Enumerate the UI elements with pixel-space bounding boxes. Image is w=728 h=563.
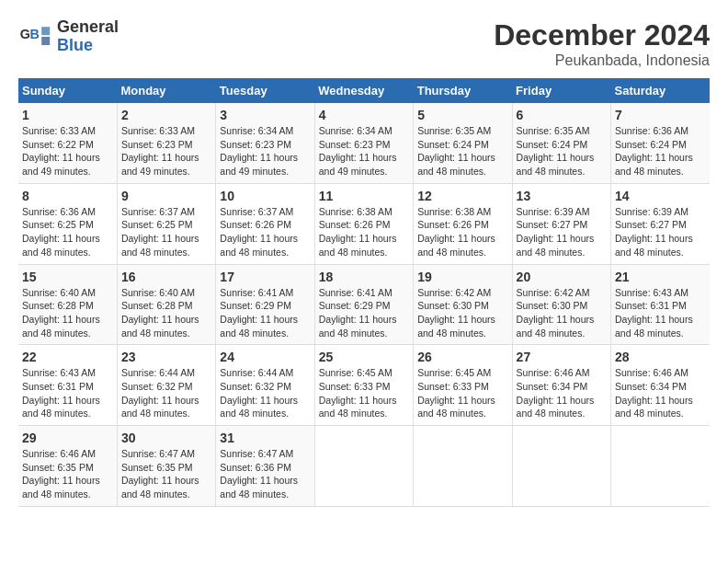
- day-info: Sunrise: 6:41 AM Sunset: 6:29 PM Dayligh…: [220, 286, 310, 340]
- day-info: Sunrise: 6:39 AM Sunset: 6:27 PM Dayligh…: [615, 205, 706, 259]
- calendar-week-5: 29 Sunrise: 6:46 AM Sunset: 6:35 PM Dayl…: [18, 426, 710, 507]
- day-number: 31: [220, 431, 310, 445]
- day-info: Sunrise: 6:34 AM Sunset: 6:23 PM Dayligh…: [319, 124, 409, 178]
- day-number: 18: [319, 270, 409, 284]
- page-subtitle: Peukanbada, Indonesia: [494, 52, 710, 69]
- day-info: Sunrise: 6:33 AM Sunset: 6:22 PM Dayligh…: [22, 124, 113, 178]
- page-header: G B General Blue December 2024 Peukanbad…: [18, 18, 710, 69]
- calendar-cell: 30 Sunrise: 6:47 AM Sunset: 6:35 PM Dayl…: [117, 426, 215, 507]
- day-number: 16: [121, 270, 211, 284]
- calendar-cell: 26 Sunrise: 6:45 AM Sunset: 6:33 PM Dayl…: [414, 345, 512, 426]
- calendar-cell: 25 Sunrise: 6:45 AM Sunset: 6:33 PM Dayl…: [314, 345, 413, 426]
- calendar-cell: 29 Sunrise: 6:46 AM Sunset: 6:35 PM Dayl…: [18, 426, 117, 507]
- day-info: Sunrise: 6:38 AM Sunset: 6:26 PM Dayligh…: [319, 205, 409, 259]
- day-info: Sunrise: 6:46 AM Sunset: 6:35 PM Dayligh…: [22, 447, 113, 501]
- calendar-cell: [314, 426, 413, 507]
- calendar-table: Sunday Monday Tuesday Wednesday Thursday…: [18, 78, 710, 507]
- day-number: 22: [22, 350, 113, 364]
- logo-text: General Blue: [57, 18, 119, 55]
- calendar-week-3: 15 Sunrise: 6:40 AM Sunset: 6:28 PM Dayl…: [18, 264, 710, 345]
- day-info: Sunrise: 6:37 AM Sunset: 6:25 PM Dayligh…: [121, 205, 211, 259]
- svg-marker-2: [41, 27, 50, 35]
- day-number: 17: [220, 270, 310, 284]
- day-info: Sunrise: 6:35 AM Sunset: 6:24 PM Dayligh…: [417, 124, 507, 178]
- day-info: Sunrise: 6:45 AM Sunset: 6:33 PM Dayligh…: [417, 366, 507, 420]
- day-info: Sunrise: 6:37 AM Sunset: 6:26 PM Dayligh…: [220, 205, 310, 259]
- day-info: Sunrise: 6:40 AM Sunset: 6:28 PM Dayligh…: [22, 286, 113, 340]
- day-number: 20: [517, 270, 607, 284]
- calendar-cell: 3 Sunrise: 6:34 AM Sunset: 6:23 PM Dayli…: [216, 103, 314, 183]
- day-info: Sunrise: 6:47 AM Sunset: 6:35 PM Dayligh…: [121, 447, 211, 501]
- day-number: 9: [121, 189, 211, 203]
- day-info: Sunrise: 6:42 AM Sunset: 6:30 PM Dayligh…: [417, 286, 507, 340]
- svg-text:G: G: [20, 27, 30, 41]
- day-number: 2: [121, 108, 211, 122]
- day-number: 14: [615, 189, 706, 203]
- day-number: 7: [615, 108, 706, 122]
- day-number: 5: [417, 108, 507, 122]
- calendar-cell: 22 Sunrise: 6:43 AM Sunset: 6:31 PM Dayl…: [18, 345, 117, 426]
- calendar-cell: 19 Sunrise: 6:42 AM Sunset: 6:30 PM Dayl…: [414, 264, 512, 345]
- day-info: Sunrise: 6:47 AM Sunset: 6:36 PM Dayligh…: [220, 447, 310, 501]
- calendar-cell: 28 Sunrise: 6:46 AM Sunset: 6:34 PM Dayl…: [611, 345, 710, 426]
- calendar-cell: 31 Sunrise: 6:47 AM Sunset: 6:36 PM Dayl…: [216, 426, 314, 507]
- day-info: Sunrise: 6:42 AM Sunset: 6:30 PM Dayligh…: [517, 286, 607, 340]
- svg-marker-3: [41, 37, 50, 45]
- day-info: Sunrise: 6:36 AM Sunset: 6:24 PM Dayligh…: [615, 124, 706, 178]
- day-number: 11: [319, 189, 409, 203]
- day-number: 30: [121, 431, 211, 445]
- calendar-cell: 15 Sunrise: 6:40 AM Sunset: 6:28 PM Dayl…: [18, 264, 117, 345]
- calendar-cell: 16 Sunrise: 6:40 AM Sunset: 6:28 PM Dayl…: [117, 264, 215, 345]
- col-sunday: Sunday: [18, 78, 117, 103]
- day-number: 24: [220, 350, 310, 364]
- day-number: 6: [517, 108, 607, 122]
- calendar-week-4: 22 Sunrise: 6:43 AM Sunset: 6:31 PM Dayl…: [18, 345, 710, 426]
- calendar-cell: 8 Sunrise: 6:36 AM Sunset: 6:25 PM Dayli…: [18, 183, 117, 264]
- title-block: December 2024 Peukanbada, Indonesia: [494, 18, 710, 69]
- calendar-cell: 14 Sunrise: 6:39 AM Sunset: 6:27 PM Dayl…: [611, 183, 710, 264]
- day-info: Sunrise: 6:44 AM Sunset: 6:32 PM Dayligh…: [220, 366, 310, 420]
- day-info: Sunrise: 6:39 AM Sunset: 6:27 PM Dayligh…: [517, 205, 607, 259]
- day-info: Sunrise: 6:43 AM Sunset: 6:31 PM Dayligh…: [22, 366, 113, 420]
- header-row: Sunday Monday Tuesday Wednesday Thursday…: [18, 78, 710, 103]
- calendar-cell: 2 Sunrise: 6:33 AM Sunset: 6:23 PM Dayli…: [117, 103, 215, 183]
- day-number: 4: [319, 108, 409, 122]
- calendar-cell: [611, 426, 710, 507]
- calendar-cell: 27 Sunrise: 6:46 AM Sunset: 6:34 PM Dayl…: [512, 345, 610, 426]
- day-number: 21: [615, 270, 706, 284]
- calendar-cell: 13 Sunrise: 6:39 AM Sunset: 6:27 PM Dayl…: [512, 183, 610, 264]
- col-tuesday: Tuesday: [216, 78, 314, 103]
- day-number: 29: [22, 431, 113, 445]
- calendar-cell: 23 Sunrise: 6:44 AM Sunset: 6:32 PM Dayl…: [117, 345, 215, 426]
- day-info: Sunrise: 6:36 AM Sunset: 6:25 PM Dayligh…: [22, 205, 113, 259]
- day-number: 15: [22, 270, 113, 284]
- col-thursday: Thursday: [414, 78, 512, 103]
- calendar-week-2: 8 Sunrise: 6:36 AM Sunset: 6:25 PM Dayli…: [18, 183, 710, 264]
- calendar-cell: 17 Sunrise: 6:41 AM Sunset: 6:29 PM Dayl…: [216, 264, 314, 345]
- col-friday: Friday: [512, 78, 610, 103]
- day-number: 12: [417, 189, 507, 203]
- day-info: Sunrise: 6:44 AM Sunset: 6:32 PM Dayligh…: [121, 366, 211, 420]
- calendar-cell: 4 Sunrise: 6:34 AM Sunset: 6:23 PM Dayli…: [314, 103, 413, 183]
- day-number: 23: [121, 350, 211, 364]
- calendar-cell: 21 Sunrise: 6:43 AM Sunset: 6:31 PM Dayl…: [611, 264, 710, 345]
- calendar-cell: 20 Sunrise: 6:42 AM Sunset: 6:30 PM Dayl…: [512, 264, 610, 345]
- page-title: December 2024: [494, 18, 710, 52]
- calendar-cell: 6 Sunrise: 6:35 AM Sunset: 6:24 PM Dayli…: [512, 103, 610, 183]
- col-monday: Monday: [117, 78, 215, 103]
- calendar-cell: [512, 426, 610, 507]
- svg-text:B: B: [30, 27, 40, 41]
- day-number: 25: [319, 350, 409, 364]
- day-number: 3: [220, 108, 310, 122]
- calendar-cell: 7 Sunrise: 6:36 AM Sunset: 6:24 PM Dayli…: [611, 103, 710, 183]
- day-info: Sunrise: 6:43 AM Sunset: 6:31 PM Dayligh…: [615, 286, 706, 340]
- calendar-cell: 12 Sunrise: 6:38 AM Sunset: 6:26 PM Dayl…: [414, 183, 512, 264]
- day-number: 28: [615, 350, 706, 364]
- day-info: Sunrise: 6:38 AM Sunset: 6:26 PM Dayligh…: [417, 205, 507, 259]
- day-info: Sunrise: 6:45 AM Sunset: 6:33 PM Dayligh…: [319, 366, 409, 420]
- calendar-week-1: 1 Sunrise: 6:33 AM Sunset: 6:22 PM Dayli…: [18, 103, 710, 183]
- day-info: Sunrise: 6:40 AM Sunset: 6:28 PM Dayligh…: [121, 286, 211, 340]
- day-number: 13: [517, 189, 607, 203]
- col-saturday: Saturday: [611, 78, 710, 103]
- day-number: 8: [22, 189, 113, 203]
